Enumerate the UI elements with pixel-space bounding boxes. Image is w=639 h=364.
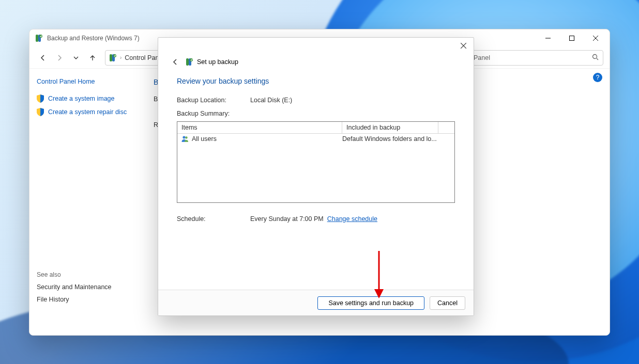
search-placeholder-text: Panel	[474, 54, 490, 61]
svg-point-2	[39, 35, 42, 38]
create-system-image-label: Create a system image	[48, 95, 115, 102]
summary-col-items[interactable]: Items	[177, 122, 342, 134]
change-schedule-link[interactable]: Change schedule	[327, 215, 377, 223]
svg-rect-0	[36, 35, 38, 42]
chevron-right-icon: ›	[120, 55, 121, 60]
summary-col-included[interactable]: Included in backup	[342, 122, 438, 134]
create-repair-disc-label: Create a system repair disc	[48, 108, 127, 116]
schedule-label: Schedule:	[177, 215, 250, 223]
summary-col-spacer	[438, 122, 454, 134]
svg-rect-3	[570, 36, 574, 41]
control-panel-sidebar: Control Panel Home Create a system image…	[29, 69, 143, 335]
dialog-back-button[interactable]	[170, 56, 181, 68]
help-icon[interactable]: ?	[593, 73, 602, 82]
see-also-heading: See also	[37, 271, 136, 278]
svg-point-12	[185, 136, 187, 138]
nav-history-dropdown[interactable]	[69, 51, 83, 65]
breadcrumb-backup-icon	[109, 54, 117, 62]
file-history-link[interactable]: File History	[37, 296, 136, 303]
window-title: Backup and Restore (Windows 7)	[47, 35, 140, 42]
window-minimize-button[interactable]	[536, 30, 560, 46]
summary-row[interactable]: All users Default Windows folders and lo…	[177, 134, 454, 144]
svg-point-6	[113, 54, 116, 57]
dialog-backup-icon	[185, 58, 193, 66]
summary-row-included: Default Windows folders and lo...	[342, 135, 437, 143]
svg-point-10	[190, 58, 193, 61]
dialog-title: Set up backup	[197, 58, 238, 66]
backup-summary-label: Backup Summary:	[177, 110, 455, 117]
backup-summary-table: Items Included in backup All users Defau…	[177, 121, 455, 203]
nav-forward-button[interactable]	[52, 51, 67, 65]
users-icon	[181, 135, 189, 143]
search-input[interactable]: Panel	[469, 50, 603, 66]
nav-up-button[interactable]	[85, 51, 100, 65]
backup-location-value: Local Disk (E:)	[250, 97, 292, 104]
shield-icon	[37, 108, 44, 116]
svg-rect-4	[110, 54, 112, 61]
svg-rect-8	[186, 58, 189, 66]
window-close-button[interactable]	[584, 30, 607, 46]
control-panel-home-link[interactable]: Control Panel Home	[37, 78, 136, 85]
window-maximize-button[interactable]	[560, 30, 584, 46]
create-repair-disc-link[interactable]: Create a system repair disc	[37, 108, 136, 116]
schedule-value: Every Sunday at 7:00 PM	[250, 215, 324, 223]
save-settings-run-backup-button[interactable]: Save settings and run backup	[317, 296, 424, 310]
breadcrumb-segment[interactable]: Control Pan	[125, 54, 159, 61]
dialog-close-button[interactable]	[453, 38, 474, 53]
create-system-image-link[interactable]: Create a system image	[37, 94, 136, 103]
shield-icon	[37, 94, 44, 103]
svg-point-11	[182, 136, 185, 138]
search-icon	[592, 54, 599, 62]
security-maintenance-link[interactable]: Security and Maintenance	[37, 283, 136, 291]
backup-location-label: Backup Location:	[177, 97, 250, 104]
nav-back-button[interactable]	[36, 51, 50, 65]
setup-backup-dialog: Set up backup Review your backup setting…	[158, 37, 474, 316]
svg-point-7	[593, 54, 597, 58]
cancel-button[interactable]: Cancel	[430, 296, 465, 310]
summary-row-item: All users	[192, 135, 217, 143]
dialog-heading: Review your backup settings	[177, 77, 455, 85]
backup-flag-icon	[35, 34, 43, 42]
